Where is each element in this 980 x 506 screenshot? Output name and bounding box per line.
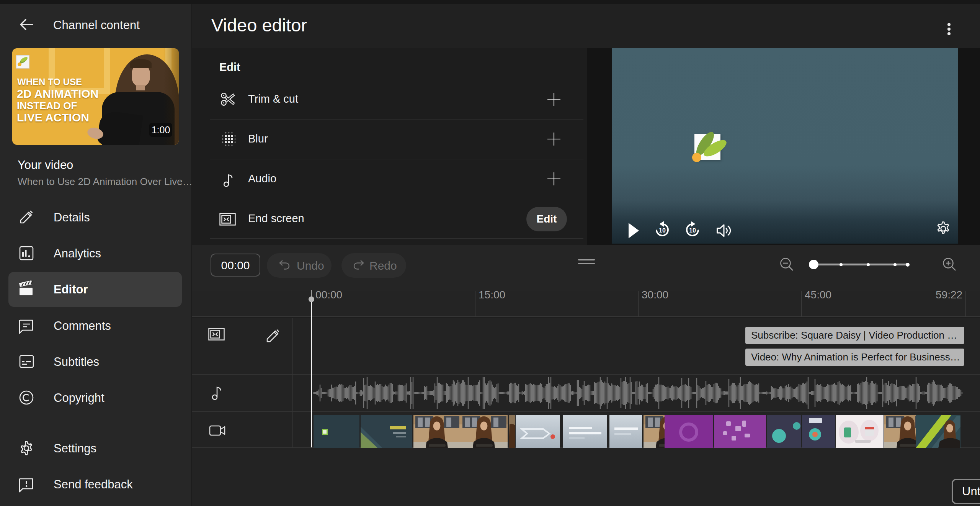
svg-text:10: 10: [689, 227, 696, 234]
svg-text:10: 10: [659, 227, 666, 234]
